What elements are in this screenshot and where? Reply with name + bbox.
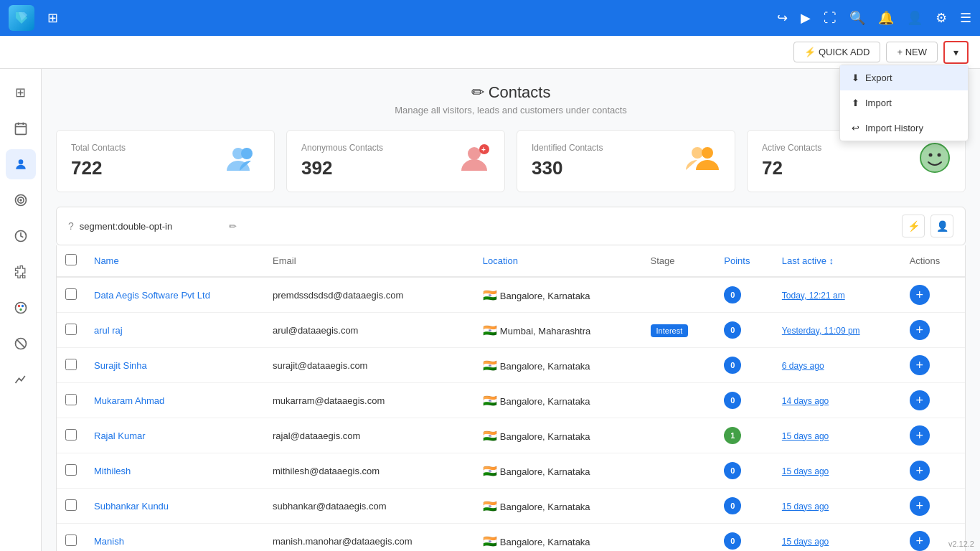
grid-icon[interactable]: ⊞ bbox=[47, 10, 58, 26]
add-contact-btn[interactable]: + bbox=[910, 355, 930, 375]
row-checkbox[interactable] bbox=[65, 464, 77, 476]
share-icon[interactable]: ↪ bbox=[777, 10, 788, 26]
table-row: Subhankar Kundu subhankar@dataaegis.com … bbox=[57, 489, 965, 524]
contact-email: premdssdsdsd@dataaegis.com bbox=[264, 277, 474, 313]
add-contact-btn[interactable]: + bbox=[910, 390, 930, 410]
contact-name[interactable]: Rajal Kumar bbox=[94, 430, 146, 441]
import-history-label: Import History bbox=[865, 123, 923, 133]
contact-stage: Interest bbox=[642, 313, 716, 348]
contact-stage bbox=[642, 453, 716, 489]
search-icon[interactable]: 🔍 bbox=[849, 10, 865, 26]
sidebar-item-dashboard[interactable]: ⊞ bbox=[6, 77, 36, 108]
sidebar-item-contacts[interactable] bbox=[6, 149, 36, 179]
sidebar-item-activity[interactable] bbox=[6, 221, 36, 251]
sidebar-item-calendar[interactable] bbox=[6, 113, 36, 143]
select-all-checkbox[interactable] bbox=[65, 254, 77, 265]
contact-email: mithilesh@dataaegis.com bbox=[264, 453, 474, 489]
contact-name[interactable]: Data Aegis Software Pvt Ltd bbox=[94, 290, 210, 301]
row-checkbox[interactable] bbox=[65, 429, 77, 441]
last-active-time[interactable]: Yesterday, 11:09 pm bbox=[782, 326, 860, 336]
dropdown-export[interactable]: ⬇ Export bbox=[840, 65, 968, 90]
page-subtitle: Manage all visitors, leads and customers… bbox=[56, 105, 966, 116]
menu-icon[interactable]: ☰ bbox=[960, 10, 971, 26]
flag-icon: 🇮🇳 bbox=[483, 430, 497, 442]
filter-user-btn[interactable]: 👤 bbox=[930, 215, 953, 237]
last-active-time[interactable]: 14 days ago bbox=[782, 396, 829, 406]
table-row: Mukaram Ahmad mukarram@dataaegis.com 🇮🇳B… bbox=[57, 383, 965, 418]
contact-name[interactable]: Mithilesh bbox=[94, 466, 131, 476]
sidebar-item-target[interactable] bbox=[6, 185, 36, 215]
sidebar-item-puzzle[interactable] bbox=[6, 257, 36, 287]
export-icon: ⬇ bbox=[852, 72, 859, 83]
svg-point-20 bbox=[692, 147, 703, 159]
add-contact-btn[interactable]: + bbox=[910, 461, 930, 481]
new-button[interactable]: + NEW bbox=[886, 42, 938, 62]
quick-add-button[interactable]: ⚡ QUICK ADD bbox=[793, 42, 880, 62]
import-icon: ⬆ bbox=[852, 98, 859, 108]
stat-anonymous-label: Anonymous Contacts bbox=[301, 143, 383, 153]
last-active-time[interactable]: 15 days ago bbox=[782, 431, 829, 441]
row-checkbox[interactable] bbox=[65, 394, 77, 405]
table-row: Manish manish.manohar@dataaegis.com 🇮🇳Ba… bbox=[57, 524, 965, 552]
last-active-time[interactable]: 6 days ago bbox=[782, 361, 824, 371]
edit-icon[interactable]: ✏ bbox=[229, 221, 237, 232]
contact-points: 0 bbox=[715, 383, 773, 418]
dropdown-button[interactable]: ▾ bbox=[943, 41, 969, 64]
gear-icon[interactable]: ⚙ bbox=[936, 10, 947, 26]
contact-actions: + bbox=[901, 489, 965, 524]
contact-location: 🇮🇳Bangalore, Karnataka bbox=[474, 383, 642, 418]
user-icon[interactable]: 👤 bbox=[907, 10, 923, 26]
stat-anonymous-value: 392 bbox=[301, 157, 383, 179]
sidebar-item-chart[interactable] bbox=[6, 364, 36, 395]
add-contact-btn[interactable]: + bbox=[910, 425, 930, 446]
points-badge: 0 bbox=[724, 497, 741, 514]
sidebar-item-block[interactable] bbox=[6, 329, 36, 359]
last-active-time[interactable]: Today, 12:21 am bbox=[782, 291, 845, 301]
stat-identified-label: Identified Contacts bbox=[532, 143, 603, 153]
row-checkbox[interactable] bbox=[65, 534, 77, 546]
contact-name[interactable]: Manish bbox=[94, 536, 124, 547]
filter-bar: ? ✏ ⚡ 👤 bbox=[56, 207, 966, 245]
points-badge: 0 bbox=[724, 321, 741, 339]
contact-name[interactable]: arul raj bbox=[94, 325, 123, 336]
contact-actions: + bbox=[901, 277, 965, 313]
add-contact-btn[interactable]: + bbox=[910, 496, 930, 516]
row-checkbox[interactable] bbox=[65, 324, 77, 335]
add-contact-btn[interactable]: + bbox=[910, 531, 930, 551]
contact-name[interactable]: Surajit Sinha bbox=[94, 360, 147, 371]
play-icon[interactable]: ▶ bbox=[801, 10, 811, 26]
contact-stage bbox=[642, 348, 716, 383]
page-title: ✏ Contacts bbox=[56, 83, 966, 102]
row-checkbox[interactable] bbox=[65, 288, 77, 300]
fullscreen-icon[interactable]: ⛶ bbox=[824, 11, 837, 26]
contact-name[interactable]: Subhankar Kundu bbox=[94, 501, 169, 512]
row-checkbox[interactable] bbox=[65, 499, 77, 511]
last-active-time[interactable]: 15 days ago bbox=[782, 501, 829, 512]
contact-email: subhankar@dataaegis.com bbox=[264, 489, 474, 524]
contact-stage bbox=[642, 277, 716, 313]
filter-input[interactable] bbox=[80, 221, 223, 232]
row-checkbox[interactable] bbox=[65, 359, 77, 370]
dropdown-import[interactable]: ⬆ Import bbox=[840, 90, 968, 116]
stat-identified-icon bbox=[684, 143, 720, 179]
contact-name[interactable]: Mukaram Ahmad bbox=[94, 395, 164, 406]
sidebar-item-palette[interactable] bbox=[6, 293, 36, 323]
add-contact-btn[interactable]: + bbox=[910, 285, 930, 305]
last-active-time[interactable]: 15 days ago bbox=[782, 537, 829, 547]
filter-lightning-btn[interactable]: ⚡ bbox=[902, 215, 925, 237]
contact-location: 🇮🇳Bangalore, Karnataka bbox=[474, 524, 642, 552]
version-label: v2.12.2 bbox=[948, 540, 974, 548]
contact-last-active: 15 days ago bbox=[773, 418, 901, 453]
contacts-table: Name Email Location Stage Points Last ac… bbox=[57, 245, 965, 551]
stat-total-value: 722 bbox=[71, 157, 126, 179]
contact-email: surajit@dataaegis.com bbox=[264, 348, 474, 383]
last-active-time[interactable]: 15 days ago bbox=[782, 466, 829, 476]
dropdown-import-history[interactable]: ↩ Import History bbox=[840, 116, 968, 141]
page-content: ✏ Contacts Manage all visitors, leads an… bbox=[42, 69, 980, 551]
contact-last-active: 15 days ago bbox=[773, 524, 901, 552]
flag-icon: 🇮🇳 bbox=[483, 289, 497, 301]
export-label: Export bbox=[865, 72, 892, 83]
bell-icon[interactable]: 🔔 bbox=[878, 10, 894, 26]
help-icon: ? bbox=[68, 220, 74, 232]
add-contact-btn[interactable]: + bbox=[910, 320, 930, 340]
